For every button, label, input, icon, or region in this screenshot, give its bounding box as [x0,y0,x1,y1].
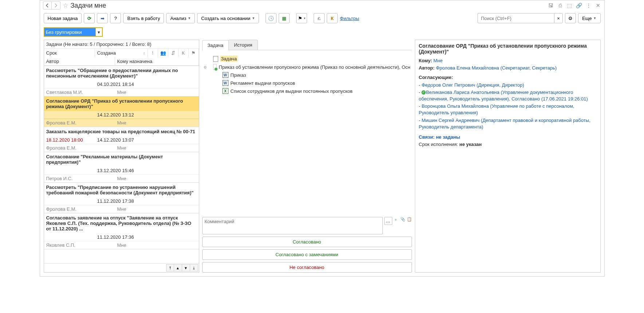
comment-input[interactable] [202,217,383,234]
col-flag-icon[interactable]: ⚑ [189,49,199,57]
grouping-value: Без группировки [44,28,95,36]
grouping-select[interactable]: Без группировки ▾ [44,27,103,37]
arrow-right-icon: ➡ [101,16,105,21]
search-input[interactable] [478,13,554,23]
to-value[interactable]: Мне [433,58,443,63]
tree-button[interactable]: ⎌ [314,13,325,23]
author-value[interactable]: Фролова Елена Михайловна (Секретариат, С… [436,65,557,71]
deadline-label: Срок исполнения: [419,142,458,147]
k-button[interactable]: К [327,13,338,23]
settings-button[interactable]: ⚙ [565,13,576,23]
preview-icon[interactable]: ⬚ [566,2,573,9]
task-assignee: Мне [117,145,126,151]
page-title: Задачи мне [71,2,106,9]
analysis-button[interactable]: Анализ▼ [166,13,195,23]
approvers-label: Согласующие: [419,75,453,80]
col-k-icon[interactable]: К [178,49,189,57]
calendar-button[interactable]: ▦ [279,13,290,23]
tree-att-1[interactable]: W Приказ [204,71,411,79]
task-title: Согласование "Рекламные материалы (Докум… [44,152,199,167]
collapse-icon[interactable]: ⊖ [204,65,206,69]
task-author: Фролова Е.М. [46,206,117,212]
task-item[interactable]: Согласование "Рекламные материалы (Докум… [44,152,199,183]
save-icon[interactable]: 🖫 [547,2,554,9]
task-assignee: Мне [117,90,126,95]
task-due [46,82,97,87]
dropdown-icon[interactable]: ▾ [95,28,102,36]
tab-history[interactable]: История [228,40,258,50]
tab-task[interactable]: Задача [202,40,229,50]
go-up-button[interactable]: ▲ [174,264,182,272]
link-icon[interactable]: 🔗 [576,2,582,9]
col-deadline[interactable]: Срок [44,49,95,57]
close-icon[interactable]: ✕ [595,2,601,9]
paste-icon[interactable]: 📋 [407,217,412,222]
tree-att-3[interactable]: X Список сотрудников для выдачи постоянн… [204,87,411,95]
col-priority-icon[interactable]: ! [148,49,158,57]
tree-att-2[interactable]: W Регламент выдачи пропусков [204,79,411,87]
tree-document[interactable]: ⊖ Приказ об установлении пропускного реж… [204,63,411,71]
approver-3[interactable]: Воронцова Ольга Михайловна (Управление п… [419,103,574,115]
document-icon [213,64,216,70]
task-assignee: Мне [117,176,126,181]
help-button[interactable]: ? [110,13,121,23]
task-created: 11.12.2020 17:36 [97,234,148,240]
task-item[interactable]: Согласование ОРД "Приказ об установлении… [44,96,199,127]
go-top-button[interactable]: ⤒ [166,264,174,272]
task-title: Заказать канцелярские товары на предстоя… [44,127,199,136]
task-assignee: Мне [117,120,126,126]
print-icon[interactable]: ⎙ [557,2,564,9]
details-heading: Согласование ОРД "Приказ об установлении… [419,43,597,55]
filters-link[interactable]: Фильтры [340,16,359,21]
approved-button[interactable]: Согласовано [202,237,412,247]
task-created: 14.12.2020 13:12 [97,112,148,118]
tree-root[interactable]: Задача [204,55,411,63]
task-due [46,234,97,240]
comment-more-button[interactable]: … [384,217,392,225]
approver-1[interactable]: Федоров Олег Петрович (Дирекция, Директо… [421,82,524,88]
forward-task-button[interactable]: ➡ [97,13,108,23]
task-title: Рассмотреть "Обращение о предоставлении … [44,66,199,80]
not-approved-button[interactable]: Не согласовано [202,262,412,273]
tree-doc-label: Приказ об установлении пропускного режим… [219,64,411,70]
kebab-menu-icon[interactable]: ⋮ [585,2,592,9]
refresh-button[interactable]: ⟳ [84,13,95,23]
task-author: Фролова Е.М. [46,120,117,126]
approved-remarks-button[interactable]: Согласовано с замечаниями [202,249,412,260]
forward-button[interactable] [52,1,60,9]
task-assignee: Мне [117,206,126,212]
task-due [46,168,97,173]
new-task-button[interactable]: Новая задача [44,13,82,23]
attach-icon[interactable]: 📎 [400,217,405,222]
task-due [46,112,97,118]
more-button[interactable]: Еще▼ [578,13,600,23]
task-item[interactable]: Заказать канцелярские товары на предстоя… [44,127,199,152]
deadline-value: не указан [459,142,482,147]
task-item[interactable]: Согласовать заявление на отпуск "Заявлен… [44,213,199,249]
col-created[interactable]: Создана↑ [95,49,148,57]
col-author[interactable]: Автор [44,57,115,66]
go-bottom-button[interactable]: ⤓ [190,264,198,272]
task-item[interactable]: Рассмотреть "Предписание по устранению н… [44,183,199,213]
links-line[interactable]: Связи: не заданы [419,134,460,140]
approver-4[interactable]: Мишин Сергей Андреевич (Департамент прав… [419,118,590,130]
add-icon[interactable]: ＋ [394,217,399,222]
create-based-button[interactable]: Создать на основании▼ [197,13,259,23]
question-icon: ? [114,16,117,21]
take-to-work-button[interactable]: Взять в работу [123,13,164,23]
clock-button[interactable]: 🕓 [266,13,276,23]
back-button[interactable] [43,1,52,9]
author-label: Автор: [419,65,435,71]
favorite-icon[interactable]: ☆ [63,1,68,9]
col-hier-icon[interactable]: ⇵ [168,49,178,57]
search-clear-button[interactable]: × [554,13,563,23]
task-created: 11.12.2020 17:38 [97,198,148,204]
flag-menu-button[interactable]: ⚑▾ [296,13,307,23]
task-item[interactable]: Рассмотреть "Обращение о предоставлении … [44,66,199,96]
col-assignee[interactable]: Кому назначена [115,57,199,66]
tasks-summary: Задачи (Не начато: 5 / Просрочено: 1 / В… [44,40,199,49]
col-group-icon[interactable]: 👥 [158,49,168,57]
to-label: Кому: [419,58,432,63]
task-created: 04.10.2021 18:14 [97,82,148,87]
go-down-button[interactable]: ▼ [182,264,190,272]
